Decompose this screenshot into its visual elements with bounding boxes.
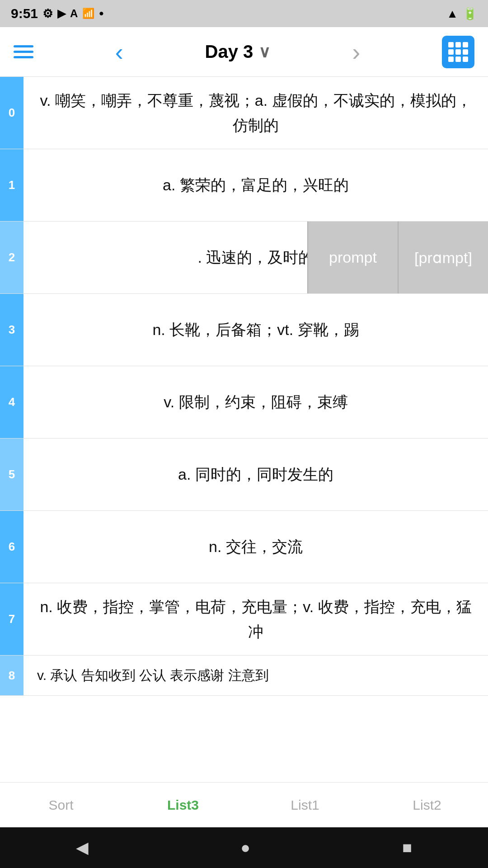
forward-button[interactable]: ›: [352, 38, 360, 66]
tab-list3[interactable]: List3: [122, 783, 244, 827]
dot-icon: •: [99, 6, 103, 21]
popup-overlay: prompt [prɑmpt]: [307, 222, 488, 293]
word-definition: n. 长靴，后备箱；vt. 穿靴，踢: [23, 294, 488, 366]
gear-icon: ⚙: [42, 7, 53, 21]
bottom-tab-bar: Sort List3 List1 List2: [0, 782, 488, 827]
forward-arrow-icon: ›: [352, 38, 360, 66]
tab-list3-label: List3: [167, 797, 199, 813]
hamburger-icon: [14, 45, 33, 58]
word-row[interactable]: 4 v. 限制，约束，阻碍，束缚: [0, 366, 488, 439]
status-left: 9:51 ⚙ ▶ A 📶 •: [11, 6, 103, 21]
a-icon: A: [70, 7, 78, 20]
row-index: 7: [0, 583, 23, 655]
word-row-partial[interactable]: 8 v. 承认 告知收到 公认 表示感谢 注意到: [0, 656, 488, 696]
tab-list2-label: List2: [413, 797, 441, 813]
word-list: 0 v. 嘲笑，嘲弄，不尊重，蔑视；a. 虚假的，不诚实的，模拟的，仿制的 1 …: [0, 77, 488, 696]
back-arrow-icon: ‹: [115, 38, 123, 66]
word-definition: v. 限制，约束，阻碍，束缚: [23, 366, 488, 438]
grid-icon: [448, 42, 468, 62]
tab-sort-label: Sort: [48, 797, 73, 813]
chevron-down-icon: ∨: [258, 42, 270, 61]
word-row[interactable]: 1 a. 繁荣的，富足的，兴旺的: [0, 149, 488, 222]
word-row[interactable]: 3 n. 长靴，后备箱；vt. 穿靴，踢: [0, 294, 488, 366]
popup-phonetic: [prɑmpt]: [398, 222, 488, 293]
word-definition: a. 同时的，同时发生的: [23, 439, 488, 510]
nav-title[interactable]: Day 3 ∨: [205, 42, 271, 62]
wifi-icon: 📶: [82, 8, 94, 19]
word-row[interactable]: 7 n. 收费，指控，掌管，电荷，充电量；v. 收费，指控，充电，猛冲: [0, 583, 488, 656]
sys-nav: ◀ ● ■: [0, 827, 488, 868]
nav-bar: ‹ Day 3 ∨ ›: [0, 27, 488, 77]
status-time: 9:51: [11, 6, 38, 21]
back-nav-icon: ◀: [76, 838, 89, 857]
back-nav-button[interactable]: ◀: [67, 834, 98, 862]
status-right: ▲ 🔋: [446, 7, 477, 21]
word-definition: v. 嘲笑，嘲弄，不尊重，蔑视；a. 虚假的，不诚实的，模拟的，仿制的: [23, 77, 488, 149]
status-bar: 9:51 ⚙ ▶ A 📶 • ▲ 🔋: [0, 0, 488, 27]
battery-icon: 🔋: [463, 7, 477, 21]
word-row[interactable]: 5 a. 同时的，同时发生的: [0, 439, 488, 511]
menu-button[interactable]: [14, 45, 33, 58]
tab-list2[interactable]: List2: [366, 783, 488, 827]
row-index: 8: [0, 656, 23, 695]
grid-view-button[interactable]: [442, 36, 474, 68]
recent-nav-icon: ■: [402, 838, 412, 857]
row-index: 3: [0, 294, 23, 366]
popup-word: prompt: [307, 222, 398, 293]
word-row-with-popup[interactable]: 2 . 迅速的，及时的 prompt [prɑmpt]: [0, 222, 488, 294]
signal-icon: ▲: [446, 7, 458, 21]
word-definition: n. 交往，交流: [23, 511, 488, 583]
home-nav-button[interactable]: ●: [231, 834, 259, 862]
tab-list1[interactable]: List1: [244, 783, 366, 827]
tab-sort[interactable]: Sort: [0, 783, 122, 827]
day-label: Day 3: [205, 42, 253, 62]
row-index: 0: [0, 77, 23, 149]
recent-nav-button[interactable]: ■: [393, 834, 421, 862]
row-index: 5: [0, 439, 23, 510]
row-index: 6: [0, 511, 23, 583]
row-index: 1: [0, 149, 23, 221]
play-icon: ▶: [57, 7, 66, 20]
row-index: 4: [0, 366, 23, 438]
back-button[interactable]: ‹: [115, 38, 123, 66]
word-row[interactable]: 0 v. 嘲笑，嘲弄，不尊重，蔑视；a. 虚假的，不诚实的，模拟的，仿制的: [0, 77, 488, 149]
word-definition: a. 繁荣的，富足的，兴旺的: [23, 149, 488, 221]
home-nav-icon: ●: [240, 838, 250, 857]
word-definition: n. 收费，指控，掌管，电荷，充电量；v. 收费，指控，充电，猛冲: [23, 583, 488, 655]
row-index: 2: [0, 222, 23, 293]
word-row[interactable]: 6 n. 交往，交流: [0, 511, 488, 583]
word-definition: v. 承认 告知收到 公认 表示感谢 注意到: [23, 656, 488, 695]
tab-list1-label: List1: [291, 797, 319, 813]
